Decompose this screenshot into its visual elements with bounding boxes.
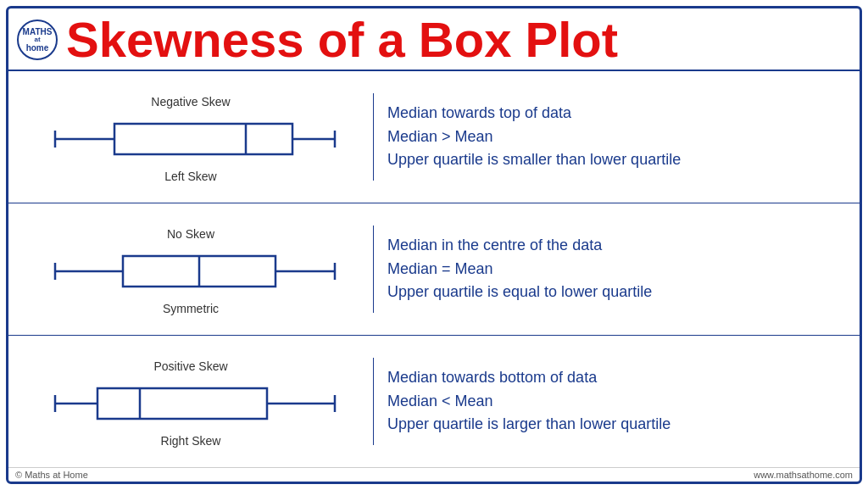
label-bottom-positive: Right Skew — [161, 434, 221, 448]
boxplot-negative — [30, 114, 352, 164]
svg-rect-2 — [114, 124, 292, 154]
desc-positive-2: Upper quartile is larger than lower quar… — [387, 413, 846, 437]
svg-rect-14 — [97, 388, 267, 419]
row-negative: Negative Skew Left Skew Median to — [8, 71, 860, 203]
footer-left: © Maths at Home — [15, 470, 88, 480]
footer-right: www.mathsathome.com — [754, 470, 853, 480]
header: MATHS at home Skewness of a Box Plot — [8, 8, 860, 71]
desc-negative-1: Median > Mean — [387, 125, 846, 149]
row-none: No Skew Symmetric Median in the c — [8, 203, 860, 336]
desc-none-0: Median in the centre of the data — [387, 234, 846, 258]
logo-at: at — [34, 36, 40, 44]
logo-home: home — [26, 43, 49, 53]
desc-positive-0: Median towards bottom of data — [387, 366, 846, 390]
label-bottom-none: Symmetric — [163, 302, 219, 315]
logo: MATHS at home — [17, 19, 58, 60]
logo-maths: MATHS — [23, 27, 53, 36]
main-container: MATHS at home Skewness of a Box Plot Neg… — [6, 6, 862, 484]
boxplot-section-negative: Negative Skew Left Skew — [8, 86, 373, 188]
desc-none-1: Median = Mean — [387, 258, 846, 281]
label-bottom-negative: Left Skew — [164, 170, 216, 183]
desc-negative-2: Upper quartile is smaller than lower qua… — [387, 148, 846, 172]
label-top-none: No Skew — [167, 227, 214, 241]
boxplot-section-positive: Positive Skew Right Skew — [8, 351, 373, 453]
boxplot-positive — [30, 378, 352, 429]
desc-none-2: Upper quartile is equal to lower quartil… — [387, 281, 846, 304]
desc-negative-0: Median towards top of data — [387, 102, 846, 125]
label-top-positive: Positive Skew — [153, 359, 227, 373]
footer: © Maths at Home www.mathsathome.com — [8, 467, 860, 482]
desc-positive: Median towards bottom of data Median < M… — [373, 358, 860, 446]
row-positive: Positive Skew Right Skew Median t — [8, 336, 860, 467]
boxplot-section-none: No Skew Symmetric — [8, 219, 373, 320]
desc-none: Median in the centre of the data Median … — [373, 226, 860, 314]
label-top-negative: Negative Skew — [151, 95, 230, 109]
content-area: Negative Skew Left Skew Median to — [8, 71, 860, 467]
page-title: Skewness of a Box Plot — [66, 12, 618, 68]
desc-negative: Median towards top of data Median > Mean… — [373, 93, 860, 181]
boxplot-none — [30, 246, 352, 297]
desc-positive-1: Median < Mean — [387, 390, 846, 414]
